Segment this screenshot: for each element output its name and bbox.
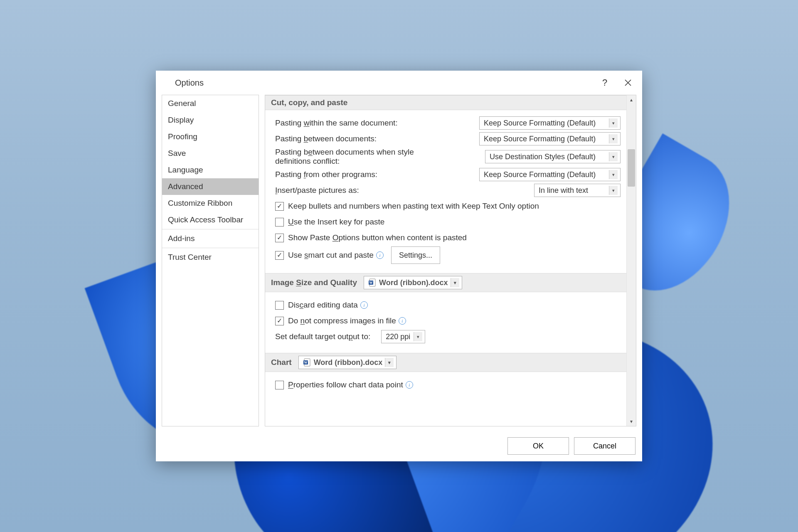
sidebar-divider [162,248,259,248]
checkbox-no-compress[interactable] [275,317,284,325]
checkbox-label: Discard editing data [288,300,358,310]
label-insert-pictures: Insert/paste pictures as: [275,186,367,195]
scrollbar[interactable]: ▴ ▾ [626,95,636,426]
dropdown-image-target-doc[interactable]: W Word (ribbon).docx ▾ [364,276,462,289]
dropdown-chart-target-doc[interactable]: W Word (ribbon).docx ▾ [298,356,397,369]
checkbox-label: Use smart cut and paste [288,251,374,260]
sidebar-item-label: Display [168,116,194,124]
dropdown-default-target[interactable]: 220 ppi ▾ [381,330,425,343]
category-sidebar: General Display Proofing Save Language A… [162,95,259,426]
dropdown-value: 220 ppi [386,332,410,341]
scroll-down-button[interactable]: ▾ [627,417,636,426]
label-paste-within: Pasting within the same document: [275,118,405,128]
sidebar-item-quick-access-toolbar[interactable]: Quick Access Toolbar [162,212,259,228]
section-header-chart: Chart W Word (ribbon).docx ▾ [265,353,626,372]
dialog-footer: OK Cancel [156,432,642,461]
sidebar-item-add-ins[interactable]: Add-ins [162,230,259,247]
sidebar-item-label: Add-ins [168,234,195,243]
scroll-up-button[interactable]: ▴ [627,95,636,104]
chevron-down-icon: ▾ [609,170,618,179]
chevron-down-icon: ▾ [609,152,618,161]
content-panel: Cut, copy, and paste Pasting within the … [265,95,636,426]
word-document-icon: W [303,358,311,367]
chevron-down-icon: ▾ [609,186,618,195]
chevron-down-icon: ▾ [414,332,422,341]
dropdown-value: Keep Source Formatting (Default) [484,135,596,143]
sidebar-item-label: Quick Access Toolbar [168,215,243,224]
section-title: Chart [271,358,292,367]
label-paste-between-conflict: Pasting between documents when style def… [275,148,432,166]
settings-button[interactable]: Settings... [391,246,440,264]
sidebar-item-language[interactable]: Language [162,162,259,178]
sidebar-item-label: Advanced [168,182,203,191]
sidebar-divider [162,229,259,229]
info-icon[interactable] [360,301,368,309]
cancel-button[interactable]: Cancel [574,437,635,455]
info-icon[interactable] [376,251,384,259]
sidebar-item-general[interactable]: General [162,95,259,112]
sidebar-item-label: Customize Ribbon [168,199,232,207]
desktop-background: Options ? General Display Proofing Save … [0,0,798,532]
info-icon[interactable] [399,317,406,325]
section-header-cut-copy-paste: Cut, copy, and paste [265,95,626,110]
checkbox-use-insert-key[interactable] [275,218,284,227]
checkbox-keep-bullets[interactable] [275,202,284,211]
section-title: Cut, copy, and paste [271,98,347,107]
label-default-target: Set default target output to: [275,332,378,341]
section-title: Image Size and Quality [271,278,357,287]
chevron-down-icon: ▾ [609,118,618,128]
dropdown-value: In line with text [539,186,588,195]
checkbox-label: Show Paste Options button when content i… [288,233,467,242]
sidebar-item-label: Proofing [168,132,197,141]
dropdown-value: Keep Source Formatting (Default) [484,119,596,128]
sidebar-item-advanced[interactable]: Advanced [162,178,259,195]
help-button[interactable]: ? [598,76,611,89]
checkbox-label: Properties follow chart data point [288,380,403,389]
close-button[interactable] [621,76,635,89]
label-paste-other: Pasting from other programs: [275,170,385,179]
dropdown-value: Use Destination Styles (Default) [490,153,596,161]
chevron-down-icon: ▾ [609,134,618,143]
dropdown-insert-pictures[interactable]: In line with text ▾ [534,184,621,197]
close-icon [624,79,632,86]
label-paste-between: Pasting between documents: [275,134,384,143]
checkbox-props-follow[interactable] [275,381,284,389]
options-dialog: Options ? General Display Proofing Save … [156,71,642,461]
svg-text:W: W [304,361,307,365]
sidebar-item-customize-ribbon[interactable]: Customize Ribbon [162,195,259,212]
sidebar-item-label: Save [168,149,186,158]
dropdown-paste-other[interactable]: Keep Source Formatting (Default) ▾ [479,168,621,181]
dropdown-value: Word (ribbon).docx [314,358,383,367]
dropdown-paste-within[interactable]: Keep Source Formatting (Default) ▾ [479,116,621,130]
window-title: Options [175,78,204,88]
sidebar-item-label: Language [168,165,203,174]
checkbox-smart-cut-paste[interactable] [275,251,284,260]
sidebar-item-proofing[interactable]: Proofing [162,128,259,145]
sidebar-item-trust-center[interactable]: Trust Center [162,249,259,266]
sidebar-item-display[interactable]: Display [162,112,259,128]
checkbox-label: Use the Insert key for paste [288,217,384,227]
checkbox-label: Keep bullets and numbers when pasting te… [288,202,539,211]
dropdown-paste-between[interactable]: Keep Source Formatting (Default) ▾ [479,132,621,145]
svg-text:W: W [369,281,372,285]
sidebar-item-save[interactable]: Save [162,145,259,162]
checkbox-discard-editing[interactable] [275,301,284,310]
dropdown-value: Keep Source Formatting (Default) [484,170,596,179]
checkbox-label: Do not compress images in file [288,316,396,325]
word-document-icon: W [368,278,377,287]
sidebar-item-label: General [168,99,196,108]
ok-button[interactable]: OK [507,437,569,455]
section-header-image-size: Image Size and Quality W Word (ribbon).d… [265,273,626,292]
titlebar: Options ? [156,71,642,95]
checkbox-show-paste-options[interactable] [275,234,284,242]
scroll-thumb[interactable] [628,149,635,187]
dropdown-paste-between-conflict[interactable]: Use Destination Styles (Default) ▾ [485,150,621,163]
chevron-down-icon: ▾ [385,358,394,367]
chevron-down-icon: ▾ [451,278,459,287]
sidebar-item-label: Trust Center [168,253,212,261]
dropdown-value: Word (ribbon).docx [379,278,448,287]
info-icon[interactable] [406,381,413,389]
